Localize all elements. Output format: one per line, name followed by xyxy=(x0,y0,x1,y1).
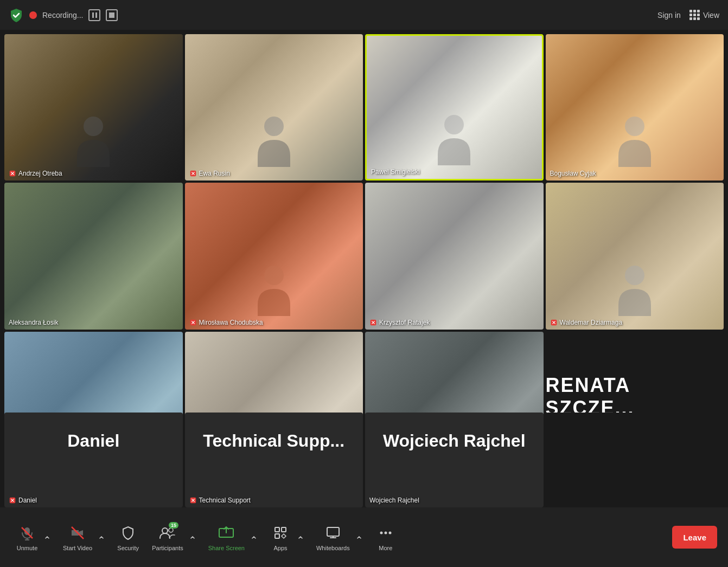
view-button[interactable]: View xyxy=(689,10,719,20)
participants-icon-area: 15 xyxy=(158,523,177,543)
whiteboards-button[interactable]: Whiteboards xyxy=(311,520,355,555)
svg-point-9 xyxy=(625,266,644,285)
svg-point-0 xyxy=(84,117,103,136)
apps-chevron[interactable] xyxy=(297,532,304,542)
share-screen-icon-area xyxy=(216,523,236,543)
video-cell-miroslawa: Mirosława Chodubska xyxy=(185,183,363,329)
security-shield-icon xyxy=(120,525,136,540)
bottom-bar: Unmute Start Video xyxy=(0,507,728,567)
svg-point-4 xyxy=(444,115,464,134)
name-only-row: Daniel Daniel Technical Supp... Technica… xyxy=(0,413,728,507)
video-cell-wojciech: Wojciech Rajchel Wojciech Rajchel xyxy=(365,413,544,507)
mute-icon-waldemar xyxy=(550,319,558,326)
share-screen-chevron[interactable] xyxy=(250,532,258,542)
more-icon-area xyxy=(376,523,395,543)
svg-point-33 xyxy=(388,532,391,534)
daniel-big-name: Daniel xyxy=(67,431,119,451)
whiteboards-label: Whiteboards xyxy=(316,545,350,551)
svg-point-25 xyxy=(169,528,173,532)
security-icon-area xyxy=(118,523,138,543)
video-chevron[interactable] xyxy=(98,532,105,542)
top-bar-right: Sign in View xyxy=(657,10,719,20)
apps-icon xyxy=(273,525,288,540)
chevron-up-icon-video xyxy=(99,534,104,540)
bottom-controls: Unmute Start Video xyxy=(11,520,672,555)
person-silhouette-boguslaw xyxy=(613,113,656,167)
name-waldemar: Waldemar Dziarmaga xyxy=(550,319,623,326)
share-screen-icon xyxy=(218,525,234,540)
share-screen-label: Share Screen xyxy=(208,545,245,551)
zoom-shield-icon xyxy=(9,8,24,23)
name-krzysztof: Krzysztof Ratajek xyxy=(369,319,430,326)
mute-icon-technical xyxy=(189,497,197,504)
whiteboards-chevron[interactable] xyxy=(355,532,363,542)
svg-point-2 xyxy=(264,117,284,136)
more-button[interactable]: More xyxy=(369,520,402,555)
stop-recording-button[interactable] xyxy=(106,9,118,21)
svg-point-24 xyxy=(162,528,168,533)
name-technical: Technical Support xyxy=(189,497,251,504)
svg-rect-29 xyxy=(275,534,279,538)
start-video-button[interactable]: Start Video xyxy=(58,520,98,555)
apps-icon-area xyxy=(271,523,290,543)
video-cell-andrzej: Andrzej Otreba xyxy=(4,34,183,181)
start-video-label: Start Video xyxy=(63,545,92,551)
svg-point-6 xyxy=(264,266,284,285)
video-cell-empty xyxy=(546,413,724,507)
mic-muted-icon xyxy=(20,525,35,540)
unmute-chevron[interactable] xyxy=(43,532,51,542)
recording-label: Recording... xyxy=(42,11,83,20)
person-silhouette-andrzej xyxy=(72,113,115,167)
sign-in-button[interactable]: Sign in xyxy=(657,11,681,20)
mute-icon-andrzej xyxy=(9,170,16,177)
video-cell-krzysztof: Krzysztof Ratajek xyxy=(365,183,544,329)
apps-button[interactable]: Apps xyxy=(264,520,297,555)
person-silhouette-miroslawa xyxy=(252,262,296,316)
whiteboards-icon-area xyxy=(323,523,343,543)
more-label: More xyxy=(379,545,392,551)
participants-count-badge: 15 xyxy=(169,522,178,529)
mute-icon-krzysztof xyxy=(369,319,377,326)
top-bar: Recording... Sign in View xyxy=(0,0,728,30)
security-button[interactable]: Security xyxy=(112,520,144,555)
leave-button[interactable]: Leave xyxy=(672,526,717,549)
apps-label: Apps xyxy=(273,545,287,551)
mute-icon-daniel xyxy=(9,497,16,504)
participants-button[interactable]: 15 Participants xyxy=(146,520,188,555)
name-boguslaw: Bogusław Cyjak xyxy=(550,170,596,177)
recording-indicator xyxy=(29,11,37,19)
svg-rect-27 xyxy=(275,527,279,532)
person-silhouette-waldemar xyxy=(613,262,656,316)
video-cell-boguslaw: Bogusław Cyjak xyxy=(546,34,724,181)
video-cell-waldemar: Waldemar Dziarmaga xyxy=(546,183,724,329)
unmute-icon-area xyxy=(17,523,37,543)
view-label: View xyxy=(703,11,719,20)
svg-rect-30 xyxy=(327,527,339,536)
grid-icon xyxy=(689,10,700,20)
name-andrzej: Andrzej Otreba xyxy=(9,170,62,177)
participants-label: Participants xyxy=(152,545,183,551)
video-cell-pawel: Pawel Smigielski xyxy=(365,34,544,181)
top-bar-left: Recording... xyxy=(9,8,118,23)
security-label: Security xyxy=(117,545,139,551)
wojciech-big-name: Wojciech Rajchel xyxy=(383,431,526,451)
mute-icon-ewa xyxy=(189,170,197,177)
chevron-up-icon-apps xyxy=(298,534,303,540)
unmute-button[interactable]: Unmute xyxy=(11,520,43,555)
name-miroslawa: Mirosława Chodubska xyxy=(189,319,263,326)
pause-recording-button[interactable] xyxy=(88,9,100,21)
person-silhouette-pawel xyxy=(432,111,476,165)
share-screen-button[interactable]: Share Screen xyxy=(203,520,250,555)
svg-point-31 xyxy=(380,532,382,534)
name-wojciech: Wojciech Rajchel xyxy=(369,497,419,504)
start-video-icon-area xyxy=(68,523,87,543)
technical-big-name: Technical Supp... xyxy=(203,431,344,451)
name-daniel: Daniel xyxy=(9,497,37,504)
whiteboards-icon xyxy=(325,525,341,540)
chevron-up-icon-participants xyxy=(190,534,195,540)
person-silhouette-ewa xyxy=(252,113,296,167)
video-cell-technical: Technical Supp... Technical Support xyxy=(185,413,363,507)
name-ewa: Ewa Rusin xyxy=(189,170,230,177)
participants-chevron[interactable] xyxy=(189,532,196,542)
chevron-up-icon-unmute xyxy=(44,534,50,540)
